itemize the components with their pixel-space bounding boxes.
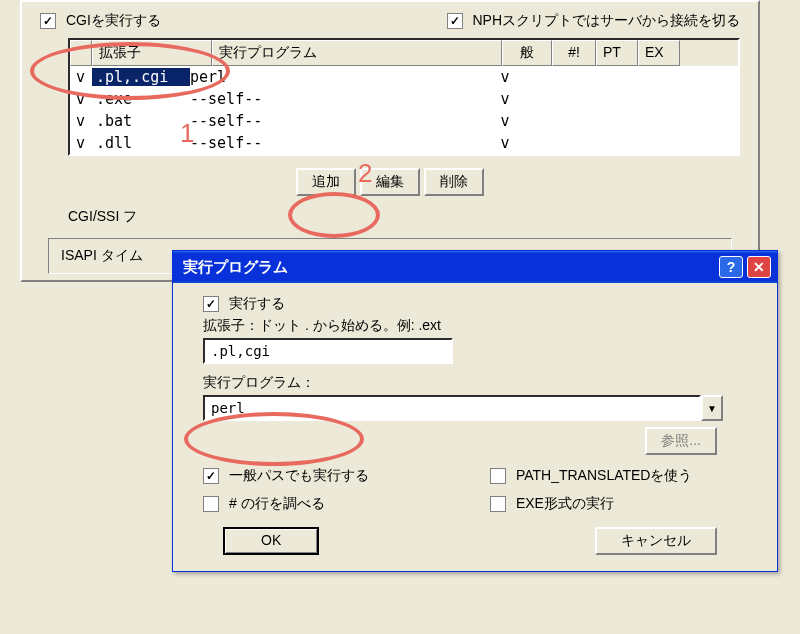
isapi-label: ISAPI タイム — [61, 247, 143, 263]
col-hash[interactable]: #! — [552, 40, 596, 66]
cancel-button[interactable]: キャンセル — [595, 527, 717, 555]
col-pt[interactable]: PT — [596, 40, 638, 66]
checkbox-exe-format[interactable]: EXE形式の実行 — [490, 495, 757, 513]
cgi-settings-panel: CGIを実行する NPHスクリプトではサーバから接続を切る 拡張子 実行プログラ… — [20, 0, 760, 282]
checkbox-label: CGIを実行する — [66, 12, 161, 28]
checkbox-label: PATH_TRANSLATEDを使う — [516, 467, 693, 483]
checkbox-exec[interactable]: 実行する — [203, 295, 285, 311]
check-icon — [203, 296, 219, 312]
col-gen[interactable]: 般 — [502, 40, 552, 66]
col-ex[interactable]: EX — [638, 40, 680, 66]
checkbox-cgi-exec[interactable]: CGIを実行する — [40, 12, 161, 30]
ext-input[interactable] — [203, 338, 453, 364]
col-ext[interactable]: 拡張子 — [92, 40, 212, 66]
checkbox-general-path[interactable]: 一般パスでも実行する — [203, 467, 470, 485]
list-row[interactable]: v .dll --self-- v — [70, 132, 738, 154]
list-row[interactable]: v .exe --self-- v — [70, 88, 738, 110]
titlebar[interactable]: 実行プログラム ? ✕ — [173, 251, 777, 283]
col-prog[interactable]: 実行プログラム — [212, 40, 502, 66]
checkbox-label: 一般パスでも実行する — [229, 467, 369, 483]
checkbox-hash-line[interactable]: # の行を調べる — [203, 495, 470, 513]
checkbox-label: NPHスクリプトではサーバから接続を切る — [472, 12, 740, 28]
check-icon — [203, 496, 219, 512]
help-button[interactable]: ? — [719, 256, 743, 278]
extension-list[interactable]: 拡張子 実行プログラム 般 #! PT EX v .pl,.cgi perl v… — [68, 38, 740, 156]
check-icon — [447, 13, 463, 29]
list-body: v .pl,.cgi perl v v .exe --self-- v v .b… — [70, 66, 738, 154]
checkbox-label: EXE形式の実行 — [516, 495, 614, 511]
cgi-ssi-label: CGI/SSI フ — [28, 204, 752, 230]
add-button[interactable]: 追加 — [296, 168, 356, 196]
checkbox-path-translated[interactable]: PATH_TRANSLATEDを使う — [490, 467, 757, 485]
list-header: 拡張子 実行プログラム 般 #! PT EX — [70, 40, 738, 66]
program-combo[interactable]: ▼ — [203, 395, 723, 421]
prog-label: 実行プログラム： — [203, 374, 757, 392]
browse-button[interactable]: 参照... — [645, 427, 717, 455]
program-input[interactable] — [203, 395, 701, 421]
list-row[interactable]: v .bat --self-- v — [70, 110, 738, 132]
exec-program-dialog: 実行プログラム ? ✕ 実行する 拡張子：ドット . から始める。例: .ext… — [172, 250, 778, 572]
dialog-title: 実行プログラム — [183, 258, 288, 277]
close-button[interactable]: ✕ — [747, 256, 771, 278]
check-icon — [40, 13, 56, 29]
ext-label: 拡張子：ドット . から始める。例: .ext — [203, 317, 757, 335]
check-icon — [490, 496, 506, 512]
ok-button[interactable]: OK — [223, 527, 319, 555]
list-row[interactable]: v .pl,.cgi perl v — [70, 66, 738, 88]
checkbox-label: 実行する — [229, 295, 285, 311]
check-icon — [490, 468, 506, 484]
dropdown-icon[interactable]: ▼ — [701, 395, 723, 421]
checkbox-nph[interactable]: NPHスクリプトではサーバから接続を切る — [447, 12, 740, 30]
checkbox-label: # の行を調べる — [229, 495, 325, 511]
check-icon — [203, 468, 219, 484]
edit-button[interactable]: 編集 — [360, 168, 420, 196]
delete-button[interactable]: 削除 — [424, 168, 484, 196]
